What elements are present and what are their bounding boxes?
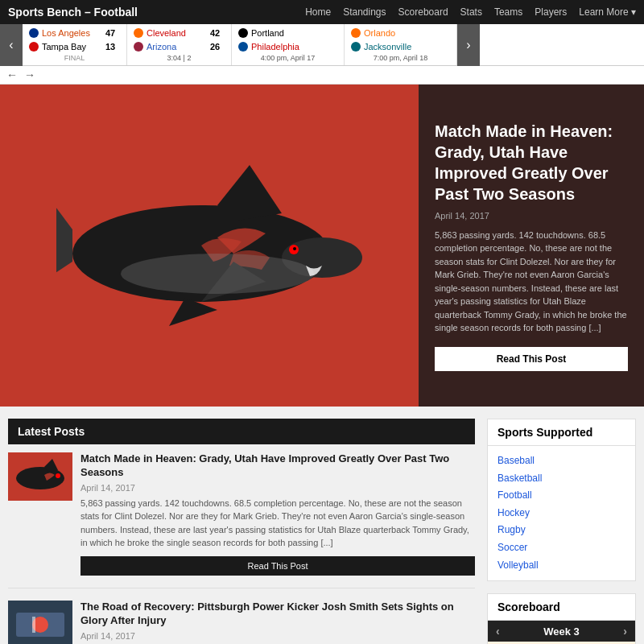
score-team-la: Los Angeles [42,28,102,38]
score-la: 47 [105,28,115,38]
sub-nav: ← → [0,66,644,85]
score-team-jax: Jacksonville [364,42,428,52]
svg-marker-6 [169,298,217,326]
nav-stats[interactable]: Stats [460,6,482,18]
score-section-1: Los Angeles 47 Tampa Bay 13 FINAL [23,24,127,65]
sport-football[interactable]: Football [497,487,625,505]
right-column: Sports Supported Baseball Basketball Foo… [487,419,636,644]
phil-logo-bar [238,42,248,52]
score-team-clev: Cleveland [147,28,207,38]
score-section-4: Orlando Jacksonville 7:00 pm, April 18 [345,24,457,65]
post-title-2: The Road of Recovery: Pittsburgh Power K… [80,601,475,628]
score-status-2: 3:04 | 2 [134,54,225,62]
post-date-2: April 14, 2017 [80,631,475,641]
nav-teams[interactable]: Teams [494,6,522,18]
hero-image [0,85,419,407]
svg-marker-2 [56,197,72,278]
post-item-1: Match Made in Heaven: Grady, Utah Have I… [8,452,475,588]
post-thumb-1 [8,452,72,501]
sports-supported-box: Sports Supported Baseball Basketball Foo… [487,419,636,581]
next-arrow[interactable]: › [457,24,480,66]
left-column: Latest Posts Match Made in Heaven: Grady… [8,419,475,644]
sport-basketball[interactable]: Basketball [497,470,625,488]
nav-logo: Sports Bench – Football [8,6,138,19]
svg-point-8 [121,254,314,294]
score-tb: 13 [105,42,115,52]
clev-logo-bar [134,28,143,38]
score-bar: ‹ Los Angeles 47 Tampa Bay 13 FINAL Clev… [0,24,644,66]
ariz-logo-bar [134,42,143,52]
score-status-3: 4:00 pm, April 17 [238,54,337,62]
score-ariz: 26 [210,42,220,52]
sport-soccer[interactable]: Soccer [497,539,625,557]
week-label: Week 3 [543,625,580,638]
score-team-phil: Philadelphia [251,42,316,52]
nav-links: Home Standings Scoreboard Stats Teams Pl… [305,6,636,18]
sport-volleyball[interactable]: Volleyball [497,557,625,575]
sports-supported-header: Sports Supported [488,419,635,446]
nav-scoreboard[interactable]: Scoreboard [398,6,448,18]
sub-prev[interactable]: ← [6,68,18,81]
score-status-4: 7:00 pm, April 18 [351,54,450,62]
hero-shark-image [56,141,362,350]
post-title-1: Match Made in Heaven: Grady, Utah Have I… [80,452,475,480]
post-thumb-2-img [8,601,72,644]
jax-logo-bar [351,42,361,52]
svg-marker-1 [217,165,282,221]
score-section-3: Portland Philadelphia 4:00 pm, April 17 [232,24,345,65]
sub-next[interactable]: → [24,68,35,81]
hero-title: Match Made in Heaven: Grady, Utah Have I… [435,121,628,204]
post-item-2: The Road of Recovery: Pittsburgh Power K… [8,601,475,644]
nav-standings[interactable]: Standings [343,6,386,18]
nav-players[interactable]: Players [535,6,567,18]
svg-rect-16 [32,617,35,633]
week-nav: ‹ Week 3 › [488,621,635,642]
post-content-2: The Road of Recovery: Pittsburgh Power K… [80,601,475,644]
score-team-tb: Tampa Bay [42,42,102,52]
tb-logo-bar [29,42,39,52]
post-date-1: April 14, 2017 [80,483,475,493]
svg-point-12 [56,473,60,478]
sport-hockey[interactable]: Hockey [497,505,625,522]
port-logo-bar [238,28,248,38]
sports-list: Baseball Basketball Football Hockey Rugb… [488,446,635,580]
score-status-1: FINAL [29,54,120,62]
score-team-orl: Orlando [364,28,428,38]
svg-point-10 [16,467,64,489]
latest-posts-header: Latest Posts [8,419,475,444]
svg-point-5 [293,247,296,250]
sport-rugby[interactable]: Rugby [497,522,625,539]
score-section-2: Cleveland 42 Arizona 26 3:04 | 2 [127,24,232,65]
post-excerpt-1: 5,863 passing yards. 142 touchdowns. 68.… [80,497,475,550]
score-clev: 42 [210,28,220,38]
week-next-arrow[interactable]: › [623,625,627,638]
sport-baseball[interactable]: Baseball [497,452,625,470]
main-content: Latest Posts Match Made in Heaven: Grady… [0,407,644,644]
post-thumb-2 [8,601,72,644]
la-logo [29,28,39,38]
orl-logo-bar [351,28,361,38]
score-team-ariz: Arizona [147,42,207,52]
post-content-1: Match Made in Heaven: Grady, Utah Have I… [80,452,475,576]
hero-excerpt: 5,863 passing yards. 142 touchdowns. 68.… [435,229,628,335]
prev-arrow[interactable]: ‹ [0,24,23,66]
week-prev-arrow[interactable]: ‹ [496,625,500,638]
hero-date: April 14, 2017 [435,211,628,221]
hero-content-panel: Match Made in Heaven: Grady, Utah Have I… [419,85,644,407]
nav-home[interactable]: Home [305,6,331,18]
scoreboard-widget: Scoreboard ‹ Week 3 › Los Angeles 47 Cle… [487,593,636,644]
top-nav: Sports Bench – Football Home Standings S… [0,0,644,24]
nav-learn-more[interactable]: Learn More ▾ [579,6,636,18]
post-thumb-shark [8,452,72,501]
score-team-port: Portland [251,28,316,38]
post-read-btn-1[interactable]: Read This Post [80,556,475,576]
scoreboard-widget-header: Scoreboard [488,594,635,621]
hero-read-btn[interactable]: Read This Post [435,347,628,371]
hero: Match Made in Heaven: Grady, Utah Have I… [0,85,644,407]
